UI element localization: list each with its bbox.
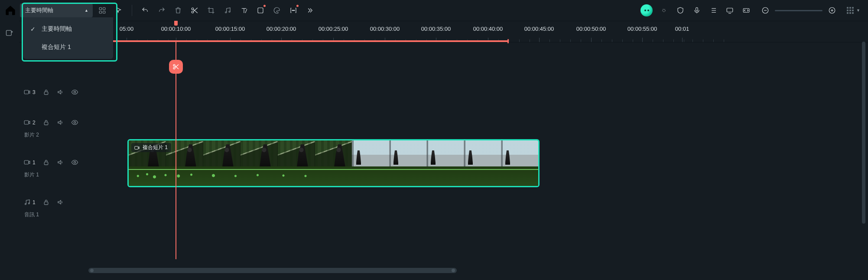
dropdown-item-main[interactable]: 主要時間軸 — [23, 20, 113, 38]
h-scroll-thumb[interactable] — [88, 268, 457, 273]
time-ruler[interactable]: 05:0000:00:10:0000:00:15:0000:00:20:0000… — [19, 21, 868, 42]
playhead-marker[interactable] — [174, 21, 178, 26]
eye-icon[interactable] — [71, 159, 78, 166]
delete-button[interactable] — [171, 3, 185, 17]
music-button[interactable] — [221, 3, 234, 17]
clip-title: 複合短片 1 — [143, 144, 168, 151]
tracks-pane: 3 2 影片 2 — [19, 42, 868, 259]
lock-icon[interactable] — [42, 88, 50, 96]
apps-button[interactable] — [95, 3, 109, 17]
ruler-label: 00:00:15:00 — [215, 26, 245, 32]
svg-rect-14 — [727, 8, 733, 12]
dropdown-item-compound[interactable]: 複合短片 1 — [23, 38, 113, 56]
svg-rect-2 — [99, 11, 101, 13]
track-number: 1 — [33, 199, 36, 205]
svg-rect-32 — [44, 202, 48, 205]
track-number: 3 — [33, 89, 36, 95]
compound-clip[interactable]: 複合短片 1 — [127, 139, 540, 187]
track-label: 影片 1 — [23, 171, 39, 179]
dropdown-item-label: 複合短片 1 — [42, 43, 71, 51]
list-button[interactable] — [706, 3, 720, 17]
track-content[interactable]: 複合短片 1 — [84, 42, 868, 259]
redo-button[interactable] — [155, 3, 169, 17]
monitor-button[interactable] — [723, 3, 737, 17]
track-header-a1[interactable]: 1 音訊 1 — [19, 193, 84, 228]
plus-circle-icon — [828, 7, 836, 14]
track-label: 音訊 1 — [23, 211, 39, 218]
timeline-dropdown[interactable]: 主要時間軸 ▲ — [20, 3, 93, 17]
track-number: 2 — [33, 120, 36, 126]
shield-button[interactable] — [673, 3, 687, 17]
vertical-scrollbar[interactable] — [862, 42, 866, 274]
svg-point-7 — [229, 11, 230, 13]
home-icon — [3, 3, 17, 17]
playhead[interactable] — [176, 42, 176, 259]
text-icon — [240, 7, 248, 14]
timeline-dropdown-label: 主要時間軸 — [25, 7, 53, 14]
speaker-icon[interactable] — [57, 159, 64, 166]
eye-icon[interactable] — [71, 88, 78, 96]
undo-button[interactable] — [138, 3, 152, 17]
body-area: 05:0000:00:10:0000:00:15:0000:00:20:0000… — [0, 21, 868, 280]
eye-icon[interactable] — [71, 119, 78, 126]
undo-icon — [141, 7, 149, 14]
speaker-icon[interactable] — [57, 88, 64, 96]
zoom-out-button[interactable] — [760, 5, 770, 16]
horizontal-scrollbar[interactable] — [84, 268, 862, 274]
lock-icon[interactable] — [42, 199, 50, 206]
svg-rect-27 — [24, 160, 29, 164]
pointer-tool[interactable] — [112, 3, 126, 17]
speaker-icon[interactable] — [57, 199, 64, 206]
timeline-dropdown-menu[interactable]: 主要時間軸 複合短片 1 — [23, 17, 113, 59]
ai-assistant-button[interactable] — [640, 4, 653, 16]
cut-button[interactable] — [188, 3, 202, 17]
crop-button[interactable] — [204, 3, 218, 17]
playhead-cut-button[interactable] — [169, 60, 183, 74]
v-scroll-thumb[interactable] — [862, 42, 865, 224]
svg-rect-1 — [103, 7, 105, 10]
lock-icon[interactable] — [42, 119, 50, 126]
home-button[interactable] — [3, 3, 17, 17]
svg-rect-28 — [44, 162, 48, 165]
lock-icon[interactable] — [42, 159, 50, 166]
svg-point-6 — [225, 12, 227, 13]
svg-point-4 — [192, 8, 194, 10]
clip-title-bar: 複合短片 1 — [131, 143, 171, 152]
view-switch[interactable]: ▼ — [847, 7, 860, 14]
lane-v1[interactable]: 複合短片 1 — [84, 139, 868, 169]
ruler-label: 05:00 — [120, 26, 134, 32]
speaker-icon[interactable] — [57, 119, 64, 126]
clip-thumbnails — [129, 140, 538, 166]
ruler-label: 00:00:10:00 — [161, 26, 191, 32]
svg-rect-25 — [44, 122, 48, 125]
svg-point-20 — [173, 67, 175, 69]
track-header-v3[interactable]: 3 — [19, 83, 84, 114]
svg-point-10 — [293, 10, 294, 11]
more-button[interactable] — [286, 3, 300, 17]
zoom-track[interactable] — [775, 10, 822, 11]
fit-button[interactable] — [739, 3, 753, 17]
svg-point-11 — [294, 10, 295, 11]
compound-clip-icon — [134, 145, 140, 151]
enhance-button[interactable] — [657, 3, 671, 17]
ruler-label: 00:00:35:00 — [421, 26, 451, 32]
track-header-v1[interactable]: 1 影片 1 — [19, 153, 84, 193]
svg-point-9 — [292, 10, 293, 11]
svg-point-26 — [74, 121, 75, 123]
svg-point-23 — [74, 91, 75, 93]
sparkle-icon — [660, 7, 668, 14]
shield-icon — [676, 7, 684, 14]
track-header-v2[interactable]: 2 影片 2 — [19, 114, 84, 153]
overflow-button[interactable] — [303, 3, 317, 17]
mic-button[interactable] — [690, 3, 704, 17]
zoom-in-button[interactable] — [827, 5, 837, 16]
ruler-label: 00:00:20:00 — [267, 26, 296, 32]
svg-point-31 — [28, 203, 29, 204]
brackets-icon — [289, 7, 297, 14]
crop-icon — [207, 7, 215, 14]
text-button[interactable] — [237, 3, 251, 17]
add-media-button[interactable] — [5, 29, 14, 39]
zoom-slider[interactable] — [760, 5, 837, 16]
palette-button[interactable] — [270, 3, 284, 17]
shape-button[interactable] — [254, 3, 267, 17]
